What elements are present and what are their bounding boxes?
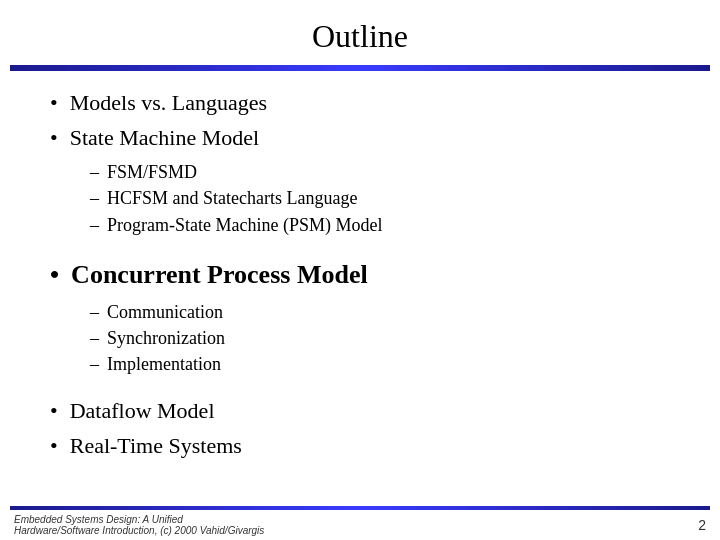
sub-text-implementation: Implementation [107, 352, 221, 377]
bullet-text-4: Dataflow Model [70, 397, 215, 426]
sub-items-state-machine: – FSM/FSMD – HCFSM and Statecharts Langu… [90, 160, 680, 238]
slide: Outline • Models vs. Languages • State M… [0, 0, 720, 540]
sub-dash-1: – [90, 160, 99, 185]
footer-left: Embedded Systems Design: A Unified Hardw… [14, 514, 264, 536]
sub-text-synchronization: Synchronization [107, 326, 225, 351]
sub-dash-3: – [90, 213, 99, 238]
section-gap-1 [50, 248, 680, 254]
bullet-state-machine: • State Machine Model [50, 124, 680, 153]
bullet-dot-1: • [50, 89, 58, 118]
bullet-dot-4: • [50, 397, 58, 426]
bullet-text-2: State Machine Model [70, 124, 259, 153]
sub-text-fsm: FSM/FSMD [107, 160, 197, 185]
sub-item-implementation: – Implementation [90, 352, 680, 377]
bullet-dot-5: • [50, 432, 58, 461]
sub-dash-4: – [90, 300, 99, 325]
footer-line2: Hardware/Software Introduction, (c) 2000… [14, 525, 264, 536]
sub-items-concurrent: – Communication – Synchronization – Impl… [90, 300, 680, 378]
bullet-dot-3: • [50, 258, 59, 292]
bullet-text-1: Models vs. Languages [70, 89, 267, 118]
sub-item-psm: – Program-State Machine (PSM) Model [90, 213, 680, 238]
slide-title: Outline [0, 0, 720, 65]
sub-text-communication: Communication [107, 300, 223, 325]
bullet-dataflow: • Dataflow Model [50, 397, 680, 426]
content-area: • Models vs. Languages • State Machine M… [0, 71, 720, 506]
sub-text-hcfsm: HCFSM and Statecharts Language [107, 186, 357, 211]
sub-item-fsm: – FSM/FSMD [90, 160, 680, 185]
bullet-models-vs-languages: • Models vs. Languages [50, 89, 680, 118]
sub-dash-5: – [90, 326, 99, 351]
sub-dash-6: – [90, 352, 99, 377]
bullet-text-5: Real-Time Systems [70, 432, 242, 461]
footer: Embedded Systems Design: A Unified Hardw… [0, 510, 720, 540]
footer-line1: Embedded Systems Design: A Unified [14, 514, 264, 525]
section-gap-2 [50, 387, 680, 393]
bullet-dot-2: • [50, 124, 58, 153]
sub-item-hcfsm: – HCFSM and Statecharts Language [90, 186, 680, 211]
sub-dash-2: – [90, 186, 99, 211]
bullet-concurrent: • Concurrent Process Model [50, 258, 680, 292]
sub-item-synchronization: – Synchronization [90, 326, 680, 351]
sub-text-psm: Program-State Machine (PSM) Model [107, 213, 382, 238]
bullet-text-3: Concurrent Process Model [71, 258, 368, 292]
footer-page-number: 2 [698, 517, 706, 533]
sub-item-communication: – Communication [90, 300, 680, 325]
bullet-realtime: • Real-Time Systems [50, 432, 680, 461]
